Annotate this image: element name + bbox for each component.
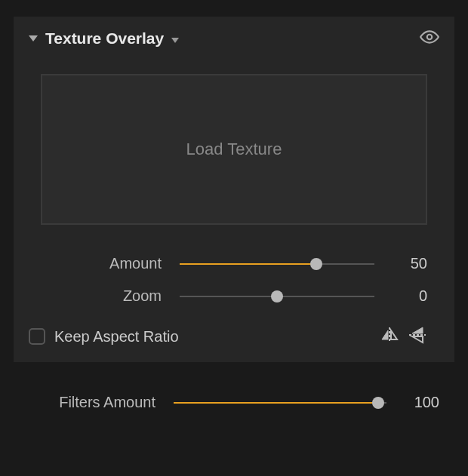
zoom-slider[interactable] <box>180 289 374 304</box>
keep-aspect-checkbox[interactable] <box>29 328 45 345</box>
zoom-label: Zoom <box>14 287 180 305</box>
amount-label: Amount <box>14 255 180 272</box>
collapse-arrow-icon[interactable] <box>29 35 38 41</box>
load-texture-label: Load Texture <box>186 140 282 159</box>
zoom-slider-row: Zoom 0 <box>14 280 454 312</box>
flip-vertical-icon[interactable] <box>408 326 427 347</box>
amount-slider[interactable] <box>180 256 374 272</box>
filters-amount-value[interactable]: 100 <box>386 394 439 411</box>
panel-header: Texture Overlay <box>14 17 454 60</box>
filters-amount-row: Filters Amount 100 <box>0 362 468 411</box>
keep-aspect-label: Keep Aspect Ratio <box>54 328 179 345</box>
texture-overlay-panel: Texture Overlay Load Texture Amount 50 Z… <box>14 17 454 362</box>
visibility-toggle-icon[interactable] <box>420 27 439 50</box>
load-texture-well[interactable]: Load Texture <box>41 74 427 225</box>
amount-value[interactable]: 50 <box>374 255 427 272</box>
svg-point-0 <box>427 35 433 40</box>
zoom-value[interactable]: 0 <box>374 287 427 305</box>
panel-title: Texture Overlay <box>45 29 164 48</box>
panel-bottom-row: Keep Aspect Ratio <box>14 312 454 347</box>
preset-dropdown-icon[interactable] <box>171 38 179 43</box>
filters-amount-slider[interactable] <box>174 395 386 410</box>
flip-horizontal-icon[interactable] <box>380 326 400 347</box>
amount-slider-row: Amount 50 <box>14 247 454 280</box>
filters-amount-label: Filters Amount <box>0 394 174 411</box>
